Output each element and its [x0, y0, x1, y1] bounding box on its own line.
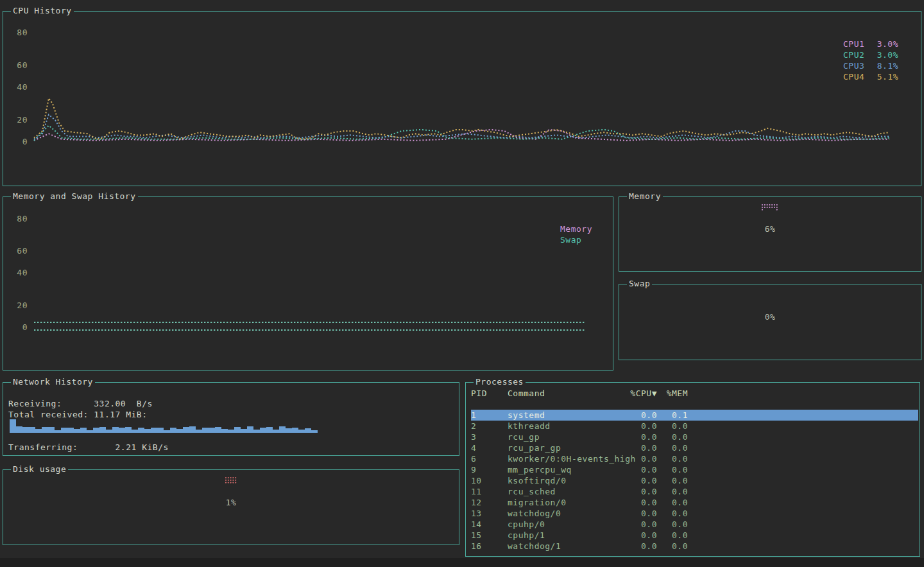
process-command: kworker/0:0H-events_high: [508, 453, 636, 464]
process-cpu: 0.0: [628, 519, 657, 530]
cpu-legend-value: 5.1%: [877, 72, 898, 82]
process-mem: 0.0: [658, 432, 688, 442]
cpu-legend-value: 3.0%: [877, 50, 898, 60]
cpu-legend-value: 3.0%: [877, 39, 898, 49]
memory-gauge-panel: Memory 6%: [619, 196, 921, 272]
cpu-legend-entry: CPU23.0%: [843, 50, 898, 60]
processes-panel: Processes PID Command %CPU▼ %MEM 1system…: [465, 382, 920, 557]
process-pid: 15: [471, 530, 502, 541]
process-cpu: 0.0: [628, 410, 657, 421]
cpu-legend-name: CPU2: [843, 50, 864, 60]
process-mem: 0.1: [658, 410, 688, 421]
process-cpu: 0.0: [628, 432, 657, 442]
header-mem[interactable]: %MEM: [658, 388, 688, 399]
process-mem: 0.0: [658, 421, 688, 432]
process-command: cpuhp/0: [508, 519, 545, 530]
header-command[interactable]: Command: [508, 388, 545, 399]
process-mem: 0.0: [658, 519, 688, 530]
cpu-legend-name: CPU3: [843, 61, 864, 71]
process-row[interactable]: 6kworker/0:0H-events_high0.00.0: [471, 453, 918, 464]
process-mem: 0.0: [658, 486, 688, 497]
disk-usage-panel: Disk usage 1%: [3, 469, 459, 545]
process-cpu: 0.0: [628, 475, 657, 486]
process-cpu: 0.0: [628, 497, 657, 508]
processes-title: Processes: [474, 377, 526, 387]
process-table-header: PID Command %CPU▼ %MEM: [471, 388, 918, 399]
process-command: watchdog/1: [508, 541, 561, 552]
process-row[interactable]: 15cpuhp/10.00.0: [471, 530, 918, 541]
process-command: kthreadd: [508, 421, 551, 432]
header-pid[interactable]: PID: [471, 388, 502, 399]
process-row[interactable]: 16watchdog/10.00.0: [471, 541, 918, 552]
bottom-strip: [0, 558, 924, 567]
process-row[interactable]: 9mm_percpu_wq0.00.0: [471, 464, 918, 475]
cpu-history-chart: [3, 12, 921, 186]
disk-gauge-dots: [3, 476, 459, 485]
process-mem: 0.0: [658, 464, 688, 475]
process-pid: 3: [471, 432, 502, 442]
process-cpu: 0.0: [628, 464, 657, 475]
process-cpu: 0.0: [628, 453, 657, 464]
process-row[interactable]: 13watchdog/00.00.0: [471, 508, 918, 519]
cpu-legend-name: CPU1: [843, 39, 864, 49]
process-cpu: 0.0: [628, 530, 657, 541]
process-pid: 4: [471, 442, 502, 453]
process-pid: 6: [471, 453, 502, 464]
cpu-history-panel: CPU History 80 60 40 20 0 CPU13.0%CPU23.…: [3, 11, 921, 186]
memory-gauge-dots: [619, 204, 921, 213]
process-command: rcu_sched: [508, 486, 556, 497]
process-command: rcu_par_gp: [508, 442, 561, 453]
process-mem: 0.0: [658, 530, 688, 541]
mem-history-chart: [3, 197, 613, 370]
network-transferring-line: Transferring: 2.21 KiB/s: [8, 442, 169, 452]
process-row[interactable]: 10ksoftirqd/00.00.0: [471, 475, 918, 486]
process-row-selected[interactable]: 1systemd0.00.1: [471, 410, 918, 421]
process-command: mm_percpu_wq: [508, 464, 572, 475]
header-cpu-sort[interactable]: %CPU▼: [628, 388, 657, 399]
process-pid: 10: [471, 475, 502, 486]
process-row[interactable]: 2kthreadd0.00.0: [471, 421, 918, 432]
cpu-legend-value: 8.1%: [877, 61, 898, 71]
memory-gauge-title: Memory: [627, 191, 663, 201]
swap-gauge-percent: 0%: [619, 312, 921, 322]
process-row[interactable]: 4rcu_par_gp0.00.0: [471, 442, 918, 453]
cpu-legend-name: CPU4: [843, 72, 864, 82]
process-cpu: 0.0: [628, 442, 657, 453]
process-cpu: 0.0: [628, 421, 657, 432]
process-row[interactable]: 11rcu_sched0.00.0: [471, 486, 918, 497]
disk-gauge-percent: 1%: [3, 498, 459, 507]
process-mem: 0.0: [658, 497, 688, 508]
swap-gauge-title: Swap: [627, 279, 652, 288]
process-command: rcu_gp: [508, 432, 540, 442]
process-command: migration/0: [508, 497, 567, 508]
process-pid: 1: [471, 410, 502, 421]
mem-legend-memory: Memory: [560, 224, 592, 234]
swap-gauge-panel: Swap 0%: [619, 284, 921, 360]
cpu-legend-entry: CPU13.0%: [843, 39, 898, 49]
mem-legend-swap: Swap: [560, 235, 581, 245]
process-row[interactable]: 3rcu_gp0.00.0: [471, 432, 918, 442]
process-cpu: 0.0: [628, 541, 657, 552]
process-mem: 0.0: [658, 453, 688, 464]
process-command: systemd: [508, 410, 545, 421]
process-mem: 0.0: [658, 442, 688, 453]
process-mem: 0.0: [658, 508, 688, 519]
process-row[interactable]: 12migration/00.00.0: [471, 497, 918, 508]
cpu-legend-entry: CPU38.1%: [843, 61, 898, 71]
network-sparkline: [8, 418, 455, 433]
process-cpu: 0.0: [628, 486, 657, 497]
process-mem: 0.0: [658, 541, 688, 552]
process-mem: 0.0: [658, 475, 688, 486]
mem-history-panel: Memory and Swap History 80 60 40 20 0 Me…: [3, 196, 613, 371]
process-row[interactable]: 14cpuhp/00.00.0: [471, 519, 918, 530]
process-pid: 13: [471, 508, 502, 519]
process-pid: 9: [471, 464, 502, 475]
process-pid: 12: [471, 497, 502, 508]
network-receiving-line: Receiving: 332.00 B/s: [8, 399, 153, 408]
process-command: watchdog/0: [508, 508, 561, 519]
process-cpu: 0.0: [628, 508, 657, 519]
network-history-panel: Network History Receiving: 332.00 B/s To…: [3, 382, 459, 456]
process-pid: 16: [471, 541, 502, 552]
process-pid: 14: [471, 519, 502, 530]
disk-usage-title: Disk usage: [11, 464, 68, 474]
